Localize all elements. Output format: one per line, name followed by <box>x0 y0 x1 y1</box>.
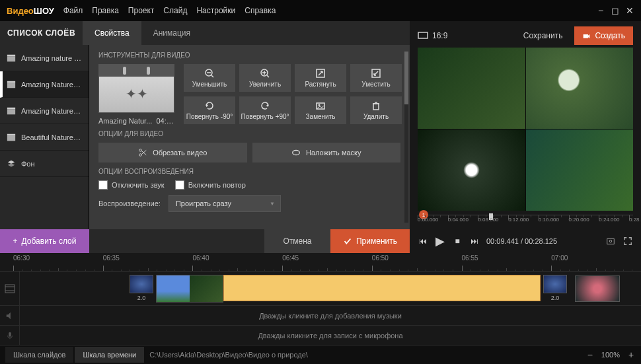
zoom-out-timeline[interactable]: − <box>585 349 595 360</box>
mic-track: Дважды кликните для записи с микрофона <box>0 326 641 346</box>
rotate-ccw-button[interactable]: Повернуть -90° <box>184 96 235 124</box>
zoom-out-button[interactable]: Уменьшить <box>184 64 235 92</box>
preview-ruler[interactable]: 1 0:00.0000:04.0000:08.0000:12.0000:16.0… <box>418 215 633 229</box>
mic-track-content[interactable]: Дважды кликните для записи с микрофона <box>20 326 641 345</box>
video-track-content[interactable]: 2.0 2.0 <box>20 272 641 305</box>
menu-slide[interactable]: Слайд <box>163 6 187 15</box>
minimize-button[interactable]: − <box>596 6 605 15</box>
svg-line-11 <box>211 75 213 77</box>
layer-item-3[interactable]: Beautiful Nature S... <box>0 124 89 151</box>
snapshot-button[interactable] <box>605 236 616 246</box>
layer-item-1[interactable]: Amazing Nature F... <box>0 71 89 98</box>
cancel-button[interactable]: Отмена <box>264 229 330 253</box>
play-button[interactable]: ▶ <box>435 236 445 246</box>
properties-panel: ИНСТРУМЕНТЫ ДЛЯ ВИДЕО ✦✦ Amazing Natur..… <box>89 45 410 229</box>
mask-icon <box>291 148 301 157</box>
mute-checkbox[interactable]: Отключить звук <box>98 180 165 190</box>
layer-item-background[interactable]: Фон <box>0 151 89 177</box>
prev-frame-button[interactable]: ⏮ <box>418 236 428 246</box>
layer-name: Amazing Nature F... <box>21 107 82 115</box>
create-button[interactable]: Создать <box>574 26 633 45</box>
plus-icon: + <box>13 237 18 246</box>
tab-time-scale[interactable]: Шкала времени <box>75 347 144 363</box>
save-button[interactable]: Сохранить <box>517 31 570 40</box>
replace-button[interactable]: Заменить <box>295 96 346 124</box>
transition-clip-2[interactable]: 2.0 <box>543 275 567 303</box>
playback-select[interactable]: Проиграть сразу <box>169 195 281 212</box>
menu-file[interactable]: Файл <box>63 6 83 15</box>
apply-mask-button[interactable]: Наложить маску <box>252 143 401 163</box>
loop-checkbox[interactable]: Включить повтор <box>175 180 246 190</box>
layers-body: Amazing nature ¯ S... Amazing Nature F..… <box>0 45 410 229</box>
timeline-tracks: 2.0 2.0 Дважды кликните для добавлен <box>0 272 641 346</box>
time-display: 00:09.441 / 00:28.125 <box>486 237 557 245</box>
menubar: ВидеоШОУ Файл Правка Проект Слайд Настро… <box>0 0 641 21</box>
end-clip[interactable] <box>575 275 620 302</box>
music-track-content[interactable]: Дважды кликните для добавления музыки <box>20 306 641 325</box>
timeline-ruler[interactable]: 06:3006:3506:4006:4506:5006:5507:0007:05 <box>0 253 641 272</box>
next-frame-button[interactable]: ⏭ <box>469 236 480 246</box>
svg-marker-33 <box>588 34 589 38</box>
layer-item-2[interactable]: Amazing Nature F... <box>0 98 89 124</box>
layer-name: Amazing Nature F... <box>21 81 82 89</box>
svg-rect-0 <box>7 56 15 61</box>
trash-icon <box>371 100 381 111</box>
preview-viewport[interactable] <box>418 48 633 211</box>
tab-animation[interactable]: Анимация <box>141 21 202 45</box>
svg-rect-3 <box>7 81 15 83</box>
rotate-cw-button[interactable]: Повернуть +90° <box>239 96 291 124</box>
fullscreen-button[interactable] <box>622 236 633 246</box>
svg-point-27 <box>139 154 142 157</box>
preview-tile <box>526 129 634 211</box>
fit-button[interactable]: Уместить <box>350 64 402 92</box>
svg-rect-31 <box>418 32 428 38</box>
preview-tile <box>526 48 634 129</box>
checkbox-row: Отключить звук Включить повтор <box>98 180 400 190</box>
svg-rect-36 <box>5 285 15 293</box>
rotate-cw-icon <box>260 100 270 111</box>
panel-scrollbar[interactable] <box>404 52 408 223</box>
add-layer-button[interactable]: +Добавить слой <box>0 229 89 253</box>
transition-clip-1[interactable]: 2.0 <box>130 275 153 303</box>
layer-name: Фон <box>21 160 35 168</box>
svg-marker-19 <box>206 104 208 107</box>
check-icon <box>343 237 352 246</box>
stop-button[interactable]: ■ <box>452 236 463 246</box>
delete-button[interactable]: Удалить <box>350 96 402 124</box>
video-opts-row: Обрезать видео Наложить маску <box>98 143 400 163</box>
playback-label: Воспроизведение: <box>98 200 161 207</box>
playback-controls: ⏮ ▶ ■ ⏭ 00:09.441 / 00:28.125 <box>418 233 633 249</box>
layer-item-0[interactable]: Amazing nature ¯ S... <box>0 45 89 71</box>
scissors-icon <box>138 148 147 157</box>
menu-project[interactable]: Проект <box>128 6 155 15</box>
menu-help[interactable]: Справка <box>245 6 276 15</box>
timeline: 06:3006:3506:4006:4506:5006:5507:0007:05… <box>0 253 641 346</box>
svg-line-29 <box>141 151 146 155</box>
fit-icon <box>371 68 381 79</box>
stretch-button[interactable]: Растянуть <box>295 64 346 92</box>
clip-caption: Amazing Natur... 04:56.167 <box>98 117 174 125</box>
main-clip[interactable] <box>156 275 541 303</box>
menu-edit[interactable]: Правка <box>92 6 119 15</box>
zoom-in-icon <box>260 68 270 79</box>
playback-select-row: Воспроизведение: Проиграть сразу <box>98 195 400 212</box>
zoom-in-timeline[interactable]: + <box>626 349 636 360</box>
tab-slides-scale[interactable]: Шкала слайдов <box>5 347 73 363</box>
svg-line-28 <box>141 151 146 155</box>
trim-video-button[interactable]: Обрезать видео <box>98 143 247 163</box>
preview-tile <box>418 48 525 129</box>
zoom-in-button[interactable]: Увеличить <box>239 64 291 92</box>
layer-list: Amazing nature ¯ S... Amazing Nature F..… <box>0 45 89 229</box>
svg-rect-2 <box>7 83 15 88</box>
tab-properties[interactable]: Свойства <box>83 21 141 45</box>
close-button[interactable]: ✕ <box>625 6 634 15</box>
aspect-ratio-label[interactable]: 16:9 <box>418 31 447 40</box>
zoom-controls: − 100% + <box>585 349 636 360</box>
svg-point-26 <box>139 149 142 152</box>
maximize-button[interactable]: ◻ <box>611 6 620 15</box>
menu-settings[interactable]: Настройки <box>196 6 235 15</box>
tools-row: ✦✦ Amazing Natur... 04:56.167 Уменьшить … <box>98 64 400 125</box>
svg-rect-32 <box>584 34 588 38</box>
apply-button[interactable]: Применить <box>330 229 410 253</box>
layers-icon <box>7 159 16 168</box>
